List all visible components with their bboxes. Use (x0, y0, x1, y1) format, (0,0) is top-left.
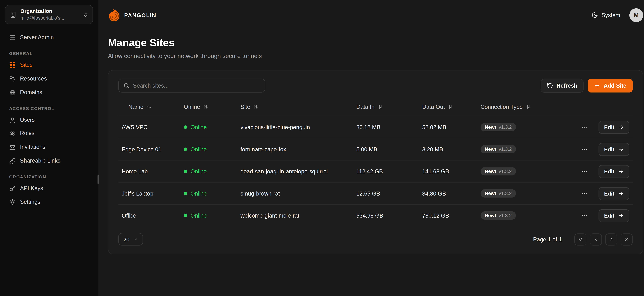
column-header-online[interactable]: Online (184, 104, 240, 110)
first-page-button[interactable] (574, 233, 586, 246)
online-status: Online (184, 190, 240, 196)
users-icon (9, 130, 16, 137)
data-out-value: 34.80 GB (422, 190, 480, 196)
globe-icon (9, 89, 16, 96)
sidebar-section-heading: GENERAL (5, 44, 93, 58)
moon-icon (592, 12, 598, 18)
sidebar-item-shareable-links[interactable]: Shareable Links (5, 154, 93, 168)
brand-home-link[interactable]: PANGOLIN (108, 9, 156, 21)
row-menu-button[interactable] (580, 211, 589, 220)
refresh-icon (547, 82, 553, 89)
column-header-data-out[interactable]: Data Out (422, 104, 480, 110)
refresh-label: Refresh (556, 82, 578, 89)
table-row: Home Lab Online dead-san-joaquin-antelop… (118, 160, 633, 182)
page-subtitle: Allow connectivity to your network throu… (108, 52, 643, 59)
client-version: v1.3.2 (499, 213, 512, 218)
search-input[interactable] (133, 82, 260, 89)
online-dot-icon (184, 148, 187, 151)
connection-type-badge: Newtv1.3.2 (480, 145, 516, 154)
toolbar-buttons: Refresh Add Site (540, 79, 633, 92)
column-header-name[interactable]: Name (118, 104, 184, 110)
online-label: Online (190, 190, 207, 196)
sidebar-item-settings[interactable]: Settings (5, 196, 93, 209)
sidebar-item-server-admin[interactable]: Server Admin (5, 31, 93, 44)
row-menu-button[interactable] (580, 123, 589, 132)
online-dot-icon (184, 126, 187, 129)
sidebar-item-roles[interactable]: Roles (5, 127, 93, 140)
edit-button[interactable]: Edit (599, 209, 629, 222)
client-version: v1.3.2 (499, 169, 512, 174)
org-selector[interactable]: Organization milo@fossorial.io's ... (5, 5, 93, 24)
sidebar-item-domains[interactable]: Domains (5, 86, 93, 99)
edit-button[interactable]: Edit (599, 187, 629, 200)
client-name: Newt (485, 125, 496, 130)
theme-toggle[interactable]: System (592, 12, 620, 18)
edit-label: Edit (604, 212, 614, 219)
sidebar-item-api-keys[interactable]: API Keys (5, 182, 93, 196)
online-dot-icon (184, 214, 187, 217)
row-menu-button[interactable] (580, 189, 589, 198)
data-in-value: 534.98 GB (356, 212, 422, 219)
prev-page-button[interactable] (590, 233, 602, 246)
topbar: PANGOLIN System M (108, 0, 643, 30)
column-label: Site (240, 104, 250, 110)
last-page-button[interactable] (620, 233, 633, 246)
online-label: Online (190, 146, 207, 152)
online-label: Online (190, 124, 207, 130)
client-name: Newt (485, 191, 496, 196)
sort-arrows-icon (253, 104, 258, 109)
table-row: Jeff's Laptop Online smug-brown-rat 12.6… (118, 182, 633, 204)
sidebar-resize-handle[interactable] (98, 175, 99, 184)
sort-arrows-icon (203, 104, 208, 109)
server-icon (9, 34, 16, 41)
row-menu-button[interactable] (580, 145, 589, 154)
pangolin-logo-icon (108, 9, 120, 21)
sidebar-item-label: Domains (20, 89, 42, 96)
topbar-right: System M (592, 8, 643, 22)
site-slug: dead-san-joaquin-antelope-squirrel (240, 168, 356, 174)
column-label: Data In (356, 104, 374, 110)
column-header-site[interactable]: Site (240, 104, 356, 110)
site-name: Office (118, 212, 184, 219)
next-page-button[interactable] (605, 233, 617, 246)
key-icon (9, 185, 16, 192)
column-header-connection-type[interactable]: Connection Type (480, 104, 560, 110)
edit-button[interactable]: Edit (599, 121, 629, 134)
plus-icon (594, 82, 600, 89)
client-name: Newt (485, 169, 496, 174)
connection-type-cell: Newtv1.3.2 (480, 211, 560, 220)
sidebar-item-sites[interactable]: Sites (5, 58, 93, 72)
add-site-button[interactable]: Add Site (588, 79, 633, 92)
data-out-value: 780.12 GB (422, 212, 480, 219)
chevrons-right-icon (624, 236, 630, 242)
site-slug: fortunate-cape-fox (240, 146, 356, 152)
brand-name: PANGOLIN (124, 12, 156, 18)
row-menu-button[interactable] (580, 167, 589, 176)
arrow-right-icon (618, 168, 624, 174)
edit-button[interactable]: Edit (599, 143, 629, 156)
connection-type-badge: Newtv1.3.2 (480, 123, 516, 132)
table-toolbar: Refresh Add Site (118, 79, 633, 92)
sort-arrows-icon (146, 104, 152, 109)
sidebar-item-resources[interactable]: Resources (5, 72, 93, 86)
edit-label: Edit (604, 146, 614, 152)
avatar[interactable]: M (629, 8, 643, 22)
data-out-value: 141.68 GB (422, 168, 480, 174)
arrow-right-icon (618, 212, 624, 218)
sidebar-section-heading: ORGANIZATION (5, 168, 93, 182)
online-status: Online (184, 124, 240, 130)
sidebar-item-invitations[interactable]: Invitations (5, 140, 93, 154)
chevron-right-icon (608, 236, 614, 242)
client-name: Newt (485, 147, 496, 152)
row-actions: Edit (560, 121, 633, 134)
chevron-left-icon (593, 236, 599, 242)
mail-icon (9, 144, 16, 151)
column-label: Name (128, 104, 144, 110)
page-size-select[interactable]: 20 (118, 233, 143, 246)
refresh-button[interactable]: Refresh (540, 79, 584, 92)
chevrons-up-down-icon (83, 12, 88, 17)
sidebar-item-users[interactable]: Users (5, 113, 93, 127)
column-header-data-in[interactable]: Data In (356, 104, 422, 110)
data-in-value: 112.42 GB (356, 168, 422, 174)
edit-button[interactable]: Edit (599, 165, 629, 178)
